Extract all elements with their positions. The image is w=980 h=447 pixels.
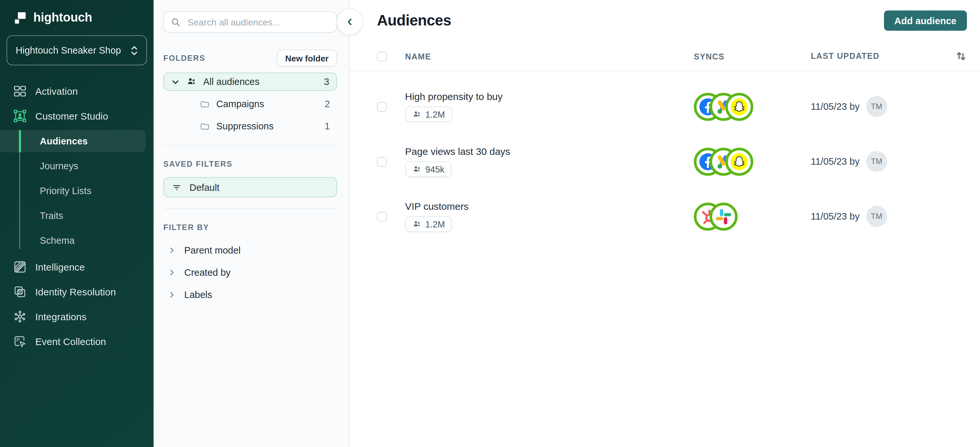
row-checkbox[interactable] — [377, 102, 387, 111]
filter-by-label: Labels — [184, 290, 212, 300]
sidebar-item-schema[interactable]: Schema — [0, 228, 154, 253]
sidebar-item-label: Identity Resolution — [35, 286, 116, 297]
collapse-panel-button[interactable] — [336, 8, 363, 35]
intelligence-icon — [13, 260, 27, 274]
saved-filters-title: SAVED FILTERS — [163, 159, 232, 169]
sidebar-item-activation[interactable]: Activation — [0, 78, 154, 103]
sidebar-item-event-collection[interactable]: Event Collection — [0, 329, 154, 353]
chevron-right-icon — [168, 247, 176, 254]
audience-size: 1.2M — [425, 110, 445, 119]
panel-divider — [163, 145, 337, 146]
sidebar-item-label: Intelligence — [35, 261, 85, 272]
column-header-name[interactable]: NAME — [405, 52, 431, 61]
subnav-label: Traits — [40, 210, 63, 221]
avatar[interactable]: TM — [866, 96, 887, 117]
page-title: Audiences — [377, 12, 451, 29]
filter-by-created-by[interactable]: Created by — [163, 261, 337, 284]
filter-by-labels[interactable]: Labels — [163, 284, 337, 306]
sync-cluster — [694, 202, 811, 231]
filter-by-title: FILTER BY — [163, 223, 209, 232]
folders-panel: FOLDERS New folder All audiences 3 Campa… — [154, 0, 350, 447]
saved-filter-label: Default — [189, 182, 220, 192]
folders-section-header: FOLDERS New folder — [163, 50, 337, 67]
audience-name-link[interactable]: VIP customers — [405, 200, 469, 212]
subnav-label: Schema — [40, 235, 75, 246]
sidebar-item-label: Event Collection — [35, 336, 106, 347]
sidebar-nav: Activation Customer Studio Audiences Jou… — [0, 78, 154, 353]
chevron-left-icon — [345, 17, 355, 27]
filter-by-list: Parent model Created by Labels — [163, 239, 337, 306]
add-audience-button[interactable]: Add audience — [884, 10, 967, 31]
sync-icon-snapchat[interactable] — [725, 147, 753, 175]
audience-name-link[interactable]: High propensity to buy — [405, 91, 503, 102]
subnav-label: Journeys — [40, 161, 78, 171]
filter-icon — [172, 182, 181, 192]
last-updated-text: 11/05/23 by — [811, 156, 859, 167]
folder-label: All audiences — [203, 76, 260, 87]
activation-icon — [13, 84, 27, 98]
customer-studio-subnav: Audiences Journeys Priority Lists Traits… — [0, 129, 154, 253]
audience-size-badge: 945k — [405, 161, 452, 177]
sidebar-item-customer-studio[interactable]: Customer Studio — [0, 103, 154, 128]
folder-icon — [200, 99, 210, 109]
folder-list: All audiences 3 Campaigns 2 Suppressions… — [163, 73, 337, 135]
sync-cluster — [694, 92, 811, 121]
audience-size-badge: 1.2M — [405, 216, 452, 232]
avatar[interactable]: TM — [866, 206, 887, 227]
main-content: Audiences Add audience NAME SYNCS LAST U… — [350, 0, 980, 447]
filter-by-section-header: FILTER BY — [163, 221, 337, 234]
sidebar-item-intelligence[interactable]: Intelligence — [0, 254, 154, 279]
filter-by-parent-model[interactable]: Parent model — [163, 239, 337, 261]
saved-filter-default[interactable]: Default — [163, 177, 337, 197]
row-checkbox[interactable] — [377, 212, 387, 221]
sidebar-item-integrations[interactable]: Integrations — [0, 304, 154, 329]
sidebar-item-label: Customer Studio — [35, 110, 108, 121]
chevron-down-icon[interactable] — [171, 78, 180, 86]
integrations-icon — [13, 309, 27, 323]
event-collection-icon — [13, 334, 27, 348]
sync-icon-slack[interactable] — [710, 202, 738, 231]
folder-count: 3 — [324, 76, 329, 87]
select-all-checkbox[interactable] — [377, 51, 387, 61]
sync-cluster — [694, 147, 811, 175]
chevron-right-icon — [168, 291, 176, 299]
avatar[interactable]: TM — [866, 151, 887, 172]
audience-name-link[interactable]: Page views last 30 days — [405, 146, 510, 157]
users-icon — [412, 220, 422, 229]
audience-size: 945k — [425, 164, 445, 174]
last-updated-text: 11/05/23 by — [811, 101, 859, 112]
hightouch-logo-icon — [13, 10, 27, 25]
sidebar-item-journeys[interactable]: Journeys — [0, 154, 154, 178]
subnav-label: Priority Lists — [40, 186, 91, 196]
row-checkbox[interactable] — [377, 156, 387, 166]
new-folder-button[interactable]: New folder — [277, 50, 337, 67]
sort-icon[interactable] — [955, 50, 967, 62]
chevron-up-down-icon — [130, 45, 138, 56]
users-icon — [186, 76, 197, 87]
users-icon — [412, 110, 422, 119]
sync-icon-snapchat[interactable] — [725, 92, 753, 121]
filter-by-label: Parent model — [184, 245, 241, 256]
search-input[interactable] — [163, 11, 337, 33]
sidebar-item-traits[interactable]: Traits — [0, 203, 154, 228]
workspace-selector[interactable]: Hightouch Sneaker Shop — [6, 35, 147, 65]
identity-resolution-icon — [13, 285, 27, 298]
column-header-last-updated[interactable]: LAST UPDATED — [811, 52, 880, 61]
folder-item-suppressions[interactable]: Suppressions 1 — [163, 117, 337, 135]
brand-logo-text: hightouch — [33, 10, 92, 25]
sidebar-item-audiences[interactable]: Audiences — [0, 130, 146, 152]
sidebar-item-identity-resolution[interactable]: Identity Resolution — [0, 279, 154, 304]
folder-item-all-audiences[interactable]: All audiences 3 — [163, 73, 337, 91]
audience-size-badge: 1.2M — [405, 107, 452, 122]
folders-title: FOLDERS — [163, 54, 205, 63]
folder-icon — [200, 121, 210, 131]
table-row: VIP customers 1.2M — [377, 189, 967, 244]
search-icon — [170, 17, 181, 27]
sidebar-item-priority-lists[interactable]: Priority Lists — [0, 178, 154, 203]
folder-label: Suppressions — [216, 121, 274, 131]
main-header: Audiences Add audience — [350, 0, 980, 31]
saved-filters-section-header: SAVED FILTERS — [163, 157, 337, 170]
column-header-syncs[interactable]: SYNCS — [694, 52, 725, 61]
audience-search — [163, 11, 337, 33]
folder-item-campaigns[interactable]: Campaigns 2 — [163, 95, 337, 113]
